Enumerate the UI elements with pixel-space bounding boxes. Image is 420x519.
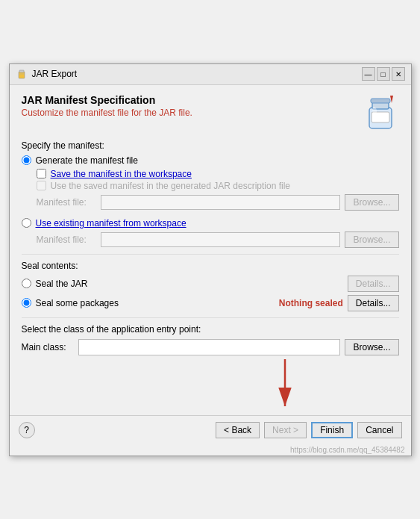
use-existing-radio-item[interactable]: Use existing manifest from workspace xyxy=(22,218,399,229)
seal-jar-details-button[interactable]: Details... xyxy=(348,276,399,292)
manifest-file-input-1[interactable] xyxy=(101,195,341,210)
save-manifest-label: Save the manifest in the workspace xyxy=(51,169,192,179)
seal-some-left[interactable]: Seal some packages xyxy=(22,298,119,308)
back-button[interactable]: < Back xyxy=(216,422,260,438)
manifest-file-row-1: Manifest file: Browse... xyxy=(37,194,399,211)
entry-point-label: Select the class of the application entr… xyxy=(22,324,399,335)
seal-some-row: Seal some packages Nothing sealed Detail… xyxy=(22,295,399,311)
generate-manifest-radio-item[interactable]: Generate the manifest file xyxy=(22,155,399,166)
jar-export-window: JAR Export — □ ✕ JAR Manifest Specificat… xyxy=(9,63,412,456)
seal-jar-left[interactable]: Seal the JAR xyxy=(22,279,88,289)
help-button[interactable]: ? xyxy=(19,422,35,438)
main-class-row: Main class: Browse... xyxy=(22,339,399,355)
seal-some-right: Nothing sealed Details... xyxy=(279,295,399,311)
seal-some-radio[interactable] xyxy=(22,298,31,308)
divider-1 xyxy=(22,254,399,255)
seal-some-details-button[interactable]: Details... xyxy=(348,295,399,311)
specify-manifest-section: Specify the manifest: Generate the manif… xyxy=(22,140,399,211)
title-bar-left: JAR Export xyxy=(16,68,78,80)
bottom-bar: ? < Back Next > Finish Cancel xyxy=(10,415,411,444)
save-manifest-checkbox-item[interactable]: Save the manifest in the workspace xyxy=(37,169,399,179)
watermark: https://blog.csdn.me/qq_45384482 xyxy=(10,444,411,456)
finish-button[interactable]: Finish xyxy=(311,422,353,438)
maximize-button[interactable]: □ xyxy=(377,67,390,81)
use-saved-manifest-label: Use the saved manifest in the generated … xyxy=(51,181,291,191)
seal-some-label: Seal some packages xyxy=(36,298,119,308)
manifest-file-label-1: Manifest file: xyxy=(37,197,96,208)
generate-manifest-radio[interactable] xyxy=(22,155,31,165)
main-class-label: Main class: xyxy=(22,342,74,352)
next-button[interactable]: Next > xyxy=(264,422,307,438)
nothing-sealed-label: Nothing sealed xyxy=(279,298,343,308)
page-subtitle: Customize the manifest file for the JAR … xyxy=(22,108,399,118)
manifest-file-input-2[interactable] xyxy=(101,232,341,247)
use-existing-radio[interactable] xyxy=(22,218,31,228)
svg-rect-0 xyxy=(19,72,25,78)
arrow-area xyxy=(22,355,399,415)
seal-contents-section: Seal contents: Seal the JAR Details... S… xyxy=(22,261,399,311)
page-header: JAR Manifest Specification Customize the… xyxy=(22,94,399,134)
specify-manifest-label: Specify the manifest: xyxy=(22,140,399,151)
window-title: JAR Export xyxy=(32,69,78,79)
jar-icon xyxy=(16,68,28,80)
title-bar: JAR Export — □ ✕ xyxy=(10,64,411,85)
browse-button-1[interactable]: Browse... xyxy=(345,194,398,211)
close-button[interactable]: ✕ xyxy=(392,67,405,81)
minimize-button[interactable]: — xyxy=(362,67,375,81)
browse-button-2[interactable]: Browse... xyxy=(345,231,398,248)
jar-image xyxy=(362,94,399,134)
use-saved-manifest-checkbox-item[interactable]: Use the saved manifest in the generated … xyxy=(37,181,399,191)
cancel-button[interactable]: Cancel xyxy=(357,422,401,438)
divider-2 xyxy=(22,317,399,318)
entry-point-section: Select the class of the application entr… xyxy=(22,324,399,355)
main-class-browse-button[interactable]: Browse... xyxy=(345,339,398,355)
red-arrow xyxy=(22,355,399,415)
use-saved-manifest-checkbox[interactable] xyxy=(37,181,46,190)
seal-contents-label: Seal contents: xyxy=(22,261,399,271)
page-title: JAR Manifest Specification xyxy=(22,94,399,106)
svg-rect-1 xyxy=(19,70,24,72)
manifest-file-row-2: Manifest file: Browse... xyxy=(37,231,399,248)
dialog-content: JAR Manifest Specification Customize the… xyxy=(10,85,411,415)
generate-manifest-label: Generate the manifest file xyxy=(36,155,138,166)
seal-jar-label: Seal the JAR xyxy=(36,279,88,289)
svg-marker-8 xyxy=(390,96,393,103)
main-class-input[interactable] xyxy=(78,339,341,355)
bottom-right-buttons: < Back Next > Finish Cancel xyxy=(216,422,401,438)
title-bar-controls: — □ ✕ xyxy=(362,67,405,81)
seal-jar-radio[interactable] xyxy=(22,279,31,288)
manifest-file-label-2: Manifest file: xyxy=(37,234,96,245)
seal-jar-row: Seal the JAR Details... xyxy=(22,276,399,292)
save-manifest-checkbox[interactable] xyxy=(37,169,46,178)
use-existing-label: Use existing manifest from workspace xyxy=(36,218,187,229)
svg-rect-5 xyxy=(371,99,390,103)
